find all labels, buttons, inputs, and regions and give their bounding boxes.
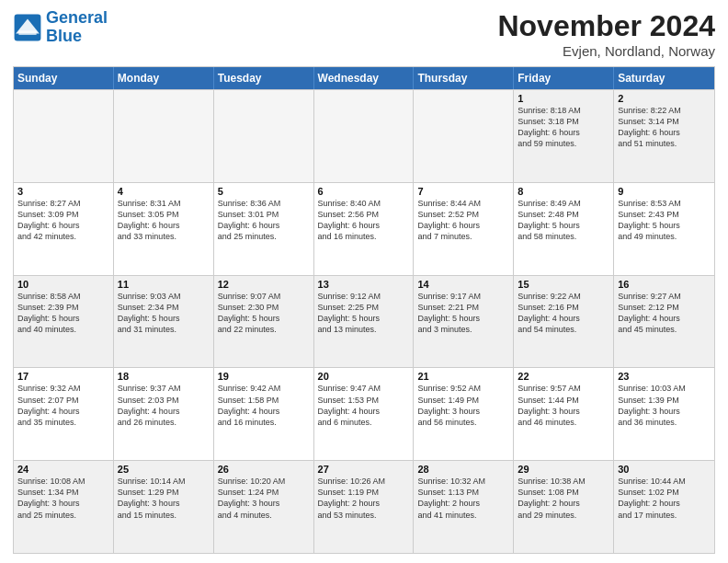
day-number: 20	[318, 371, 410, 382]
calendar-cell: 1Sunrise: 8:18 AM Sunset: 3:18 PM Daylig…	[514, 90, 614, 182]
page: General Blue November 2024 Evjen, Nordla…	[0, 0, 728, 563]
cell-info: Sunrise: 8:53 AM Sunset: 2:43 PM Dayligh…	[618, 198, 711, 243]
calendar-cell: 17Sunrise: 9:32 AM Sunset: 2:07 PM Dayli…	[14, 368, 114, 460]
logo-text: General Blue	[46, 9, 108, 46]
day-number: 22	[518, 371, 609, 382]
cell-info: Sunrise: 10:20 AM Sunset: 1:24 PM Daylig…	[218, 476, 310, 521]
calendar-cell: 19Sunrise: 9:42 AM Sunset: 1:58 PM Dayli…	[214, 368, 314, 460]
calendar-header: SundayMondayTuesdayWednesdayThursdayFrid…	[14, 67, 714, 89]
cell-info: Sunrise: 9:32 AM Sunset: 2:07 PM Dayligh…	[17, 383, 109, 428]
cell-info: Sunrise: 8:40 AM Sunset: 2:56 PM Dayligh…	[318, 198, 410, 243]
cell-info: Sunrise: 9:07 AM Sunset: 2:30 PM Dayligh…	[218, 291, 310, 336]
calendar-body: 1Sunrise: 8:18 AM Sunset: 3:18 PM Daylig…	[14, 89, 714, 553]
calendar-cell: 25Sunrise: 10:14 AM Sunset: 1:29 PM Dayl…	[114, 461, 214, 553]
calendar-cell	[314, 90, 415, 182]
cell-info: Sunrise: 9:22 AM Sunset: 2:16 PM Dayligh…	[518, 291, 609, 336]
day-number: 11	[118, 279, 210, 290]
cell-info: Sunrise: 9:03 AM Sunset: 2:34 PM Dayligh…	[118, 291, 210, 336]
calendar-cell: 2Sunrise: 8:22 AM Sunset: 3:14 PM Daylig…	[614, 90, 714, 182]
day-number: 12	[218, 279, 310, 290]
calendar-cell	[414, 90, 514, 182]
calendar-cell: 15Sunrise: 9:22 AM Sunset: 2:16 PM Dayli…	[514, 276, 614, 368]
day-number: 1	[518, 93, 609, 104]
calendar-cell: 12Sunrise: 9:07 AM Sunset: 2:30 PM Dayli…	[214, 276, 314, 368]
cell-info: Sunrise: 8:44 AM Sunset: 2:52 PM Dayligh…	[417, 198, 509, 243]
calendar-cell: 24Sunrise: 10:08 AM Sunset: 1:34 PM Dayl…	[14, 461, 114, 553]
cell-info: Sunrise: 8:49 AM Sunset: 2:48 PM Dayligh…	[518, 198, 609, 243]
cell-info: Sunrise: 9:57 AM Sunset: 1:44 PM Dayligh…	[518, 383, 609, 428]
calendar-cell: 29Sunrise: 10:38 AM Sunset: 1:08 PM Dayl…	[514, 461, 614, 553]
calendar: SundayMondayTuesdayWednesdayThursdayFrid…	[13, 66, 715, 554]
calendar-cell: 22Sunrise: 9:57 AM Sunset: 1:44 PM Dayli…	[514, 368, 614, 460]
cell-info: Sunrise: 10:03 AM Sunset: 1:39 PM Daylig…	[618, 383, 711, 428]
calendar-cell: 27Sunrise: 10:26 AM Sunset: 1:19 PM Dayl…	[314, 461, 415, 553]
day-number: 5	[218, 186, 310, 197]
svg-rect-2	[18, 30, 36, 35]
calendar-cell: 6Sunrise: 8:40 AM Sunset: 2:56 PM Daylig…	[314, 183, 415, 275]
calendar-week: 3Sunrise: 8:27 AM Sunset: 3:09 PM Daylig…	[14, 182, 714, 275]
calendar-cell: 20Sunrise: 9:47 AM Sunset: 1:53 PM Dayli…	[314, 368, 415, 460]
day-number: 7	[417, 186, 509, 197]
cell-info: Sunrise: 9:17 AM Sunset: 2:21 PM Dayligh…	[417, 291, 509, 336]
cell-info: Sunrise: 8:18 AM Sunset: 3:18 PM Dayligh…	[518, 105, 609, 150]
calendar-header-cell: Sunday	[14, 67, 114, 89]
calendar-header-cell: Monday	[114, 67, 214, 89]
day-number: 24	[17, 464, 109, 475]
day-number: 13	[318, 279, 410, 290]
calendar-week: 17Sunrise: 9:32 AM Sunset: 2:07 PM Dayli…	[14, 367, 714, 460]
calendar-cell: 13Sunrise: 9:12 AM Sunset: 2:25 PM Dayli…	[314, 276, 415, 368]
calendar-header-cell: Wednesday	[314, 67, 415, 89]
cell-info: Sunrise: 8:27 AM Sunset: 3:09 PM Dayligh…	[17, 198, 109, 243]
cell-info: Sunrise: 9:47 AM Sunset: 1:53 PM Dayligh…	[318, 383, 410, 428]
calendar-cell: 26Sunrise: 10:20 AM Sunset: 1:24 PM Dayl…	[214, 461, 314, 553]
calendar-cell: 23Sunrise: 10:03 AM Sunset: 1:39 PM Dayl…	[614, 368, 714, 460]
cell-info: Sunrise: 8:22 AM Sunset: 3:14 PM Dayligh…	[618, 105, 711, 150]
day-number: 16	[618, 279, 711, 290]
cell-info: Sunrise: 8:58 AM Sunset: 2:39 PM Dayligh…	[17, 291, 109, 336]
calendar-cell: 18Sunrise: 9:37 AM Sunset: 2:03 PM Dayli…	[114, 368, 214, 460]
day-number: 30	[618, 464, 711, 475]
day-number: 8	[518, 186, 609, 197]
calendar-cell: 14Sunrise: 9:17 AM Sunset: 2:21 PM Dayli…	[414, 276, 514, 368]
calendar-cell: 3Sunrise: 8:27 AM Sunset: 3:09 PM Daylig…	[14, 183, 114, 275]
title-block: November 2024 Evjen, Nordland, Norway	[497, 9, 715, 59]
calendar-header-cell: Thursday	[414, 67, 514, 89]
calendar-week: 10Sunrise: 8:58 AM Sunset: 2:39 PM Dayli…	[14, 275, 714, 368]
cell-info: Sunrise: 10:44 AM Sunset: 1:02 PM Daylig…	[618, 476, 711, 521]
cell-info: Sunrise: 9:27 AM Sunset: 2:12 PM Dayligh…	[618, 291, 711, 336]
day-number: 6	[318, 186, 410, 197]
logo-line2: Blue	[46, 27, 82, 45]
cell-info: Sunrise: 9:52 AM Sunset: 1:49 PM Dayligh…	[417, 383, 509, 428]
day-number: 25	[118, 464, 210, 475]
calendar-header-cell: Tuesday	[214, 67, 314, 89]
calendar-cell	[114, 90, 214, 182]
calendar-week: 24Sunrise: 10:08 AM Sunset: 1:34 PM Dayl…	[14, 460, 714, 553]
calendar-header-cell: Saturday	[614, 67, 714, 89]
calendar-cell: 30Sunrise: 10:44 AM Sunset: 1:02 PM Dayl…	[614, 461, 714, 553]
logo-line1: General	[46, 8, 108, 27]
day-number: 10	[17, 279, 109, 290]
calendar-cell: 5Sunrise: 8:36 AM Sunset: 3:01 PM Daylig…	[214, 183, 314, 275]
cell-info: Sunrise: 10:26 AM Sunset: 1:19 PM Daylig…	[318, 476, 410, 521]
day-number: 19	[218, 371, 310, 382]
cell-info: Sunrise: 8:31 AM Sunset: 3:05 PM Dayligh…	[118, 198, 210, 243]
calendar-header-cell: Friday	[514, 67, 614, 89]
day-number: 18	[118, 371, 210, 382]
cell-info: Sunrise: 8:36 AM Sunset: 3:01 PM Dayligh…	[218, 198, 310, 243]
day-number: 26	[218, 464, 310, 475]
cell-info: Sunrise: 9:42 AM Sunset: 1:58 PM Dayligh…	[218, 383, 310, 428]
calendar-cell: 9Sunrise: 8:53 AM Sunset: 2:43 PM Daylig…	[614, 183, 714, 275]
day-number: 4	[118, 186, 210, 197]
calendar-week: 1Sunrise: 8:18 AM Sunset: 3:18 PM Daylig…	[14, 89, 714, 182]
day-number: 28	[417, 464, 509, 475]
day-number: 23	[618, 371, 711, 382]
logo: General Blue	[13, 9, 108, 46]
day-number: 27	[318, 464, 410, 475]
calendar-cell	[214, 90, 314, 182]
cell-info: Sunrise: 9:37 AM Sunset: 2:03 PM Dayligh…	[118, 383, 210, 428]
cell-info: Sunrise: 9:12 AM Sunset: 2:25 PM Dayligh…	[318, 291, 410, 336]
day-number: 14	[417, 279, 509, 290]
cell-info: Sunrise: 10:38 AM Sunset: 1:08 PM Daylig…	[518, 476, 609, 521]
calendar-cell: 7Sunrise: 8:44 AM Sunset: 2:52 PM Daylig…	[414, 183, 514, 275]
cell-info: Sunrise: 10:08 AM Sunset: 1:34 PM Daylig…	[17, 476, 109, 521]
